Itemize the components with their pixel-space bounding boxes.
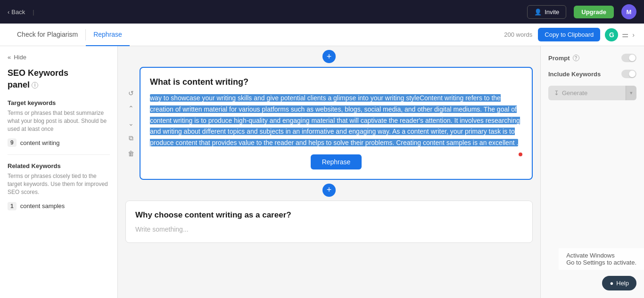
upgrade-button[interactable]: Upgrade bbox=[574, 6, 614, 18]
error-indicator bbox=[519, 153, 522, 156]
hide-label: Hide bbox=[14, 54, 26, 61]
block-1-title: What is content writing? bbox=[150, 77, 522, 87]
generate-button[interactable]: ↧ Generate bbox=[548, 86, 626, 100]
hide-arrows-icon: « bbox=[8, 54, 11, 61]
copy-to-clipboard-button[interactable]: Copy to Clipboard bbox=[538, 28, 600, 41]
keywords-toggle[interactable] bbox=[621, 70, 636, 78]
related-keywords-title: Related Keywords bbox=[8, 162, 110, 169]
prompt-toggle[interactable] bbox=[621, 54, 636, 62]
generate-dropdown-button[interactable]: ▾ bbox=[626, 86, 636, 100]
target-keywords-desc: Terms or phrases that best summarize wha… bbox=[8, 109, 110, 133]
collapse-arrow-icon[interactable]: › bbox=[632, 31, 635, 39]
tab-rephrase[interactable]: Rephrase bbox=[86, 24, 130, 46]
nav-divider: | bbox=[33, 8, 34, 16]
block-2-title: Why choose content writing as a career? bbox=[135, 210, 523, 220]
invite-label: Invite bbox=[545, 8, 559, 16]
chevron-up-icon[interactable]: ⌃ bbox=[125, 103, 137, 114]
keywords-label: Include Keywords bbox=[548, 70, 636, 78]
keywords-section: Include Keywords bbox=[548, 70, 636, 78]
copy-block-icon[interactable]: ⧉ bbox=[125, 133, 137, 144]
highlighted-text: way to showcase your writing skills and … bbox=[150, 94, 520, 146]
word-count: 200 words bbox=[504, 31, 532, 38]
prompt-info-icon[interactable]: ? bbox=[573, 55, 579, 61]
related-keywords-desc: Terms or phrases closely tied to the tar… bbox=[8, 172, 110, 196]
prompt-label-text: Prompt bbox=[548, 55, 570, 62]
main-content-area: + ↺ ⌃ ⌄ ⧉ 🗑 What is content writing? way… bbox=[118, 46, 540, 298]
top-navigation: ‹ Back | 👤 Invite Upgrade M bbox=[0, 0, 644, 24]
second-navigation: Check for Plagiarism Rephrase 200 words … bbox=[0, 24, 644, 46]
hide-sidebar-button[interactable]: « Hide bbox=[8, 54, 110, 61]
generate-label: Generate bbox=[562, 89, 587, 97]
target-keyword-count: 9 bbox=[8, 138, 17, 147]
rephrase-button[interactable]: Rephrase bbox=[311, 154, 362, 169]
related-keyword-item: 1 content samples bbox=[8, 202, 110, 210]
undo-button[interactable]: ↺ bbox=[125, 88, 137, 99]
target-keyword-text: content writing bbox=[20, 139, 60, 146]
keywords-label-text: Include Keywords bbox=[548, 71, 601, 78]
help-label: Help bbox=[616, 280, 629, 287]
target-keyword-item: 9 content writing bbox=[8, 138, 110, 147]
toggle-knob bbox=[629, 55, 636, 61]
delete-block-icon[interactable]: 🗑 bbox=[125, 148, 137, 159]
grammarly-icon[interactable]: G bbox=[605, 28, 618, 41]
content-block-1[interactable]: What is content writing? way to showcase… bbox=[140, 67, 533, 180]
seo-keywords-sidebar: « Hide SEO Keywords panel i Target keywo… bbox=[0, 46, 118, 298]
right-panel: Prompt ? Include Keywords ↧ Generate ▾ bbox=[540, 46, 644, 298]
invite-button[interactable]: 👤 Invite bbox=[527, 5, 566, 19]
add-block-middle-button[interactable]: + bbox=[322, 184, 336, 197]
back-label: Back bbox=[11, 8, 25, 16]
back-arrow-icon: ‹ bbox=[8, 8, 9, 16]
sidebar-title-line1: SEO Keywords bbox=[8, 68, 110, 78]
keywords-toggle-knob bbox=[629, 71, 636, 77]
write-placeholder[interactable]: Write something... bbox=[135, 226, 523, 233]
info-icon[interactable]: i bbox=[32, 82, 38, 89]
rephrase-btn-container: Rephrase bbox=[150, 154, 522, 169]
content-block-2[interactable]: Why choose content writing as a career? … bbox=[125, 201, 533, 243]
related-keyword-text: content samples bbox=[20, 202, 65, 209]
generate-btn-wrapper: ↧ Generate ▾ bbox=[548, 86, 636, 100]
help-circle-icon: ● bbox=[610, 280, 613, 287]
prompt-label: Prompt ? bbox=[548, 54, 636, 62]
help-button[interactable]: ● Help bbox=[602, 276, 636, 290]
related-keyword-count: 1 bbox=[8, 202, 17, 210]
settings-icon[interactable]: ⚌ bbox=[622, 30, 628, 39]
chevron-down-icon[interactable]: ⌄ bbox=[125, 118, 137, 129]
main-layout: « Hide SEO Keywords panel i Target keywo… bbox=[0, 46, 644, 298]
generate-icon: ↧ bbox=[554, 89, 559, 97]
tab-plagiarism[interactable]: Check for Plagiarism bbox=[9, 24, 85, 46]
user-avatar[interactable]: M bbox=[621, 4, 636, 19]
prompt-section: Prompt ? bbox=[548, 54, 636, 62]
block-1-text[interactable]: way to showcase your writing skills and … bbox=[150, 93, 522, 149]
user-icon: 👤 bbox=[534, 8, 542, 16]
back-button[interactable]: ‹ Back bbox=[8, 8, 25, 16]
sidebar-title-text: panel bbox=[8, 80, 30, 90]
sidebar-divider bbox=[8, 154, 110, 155]
target-keywords-title: Target keywords bbox=[8, 99, 110, 106]
sidebar-title-line2: panel i bbox=[8, 80, 110, 90]
add-block-top-button[interactable]: + bbox=[322, 50, 336, 63]
